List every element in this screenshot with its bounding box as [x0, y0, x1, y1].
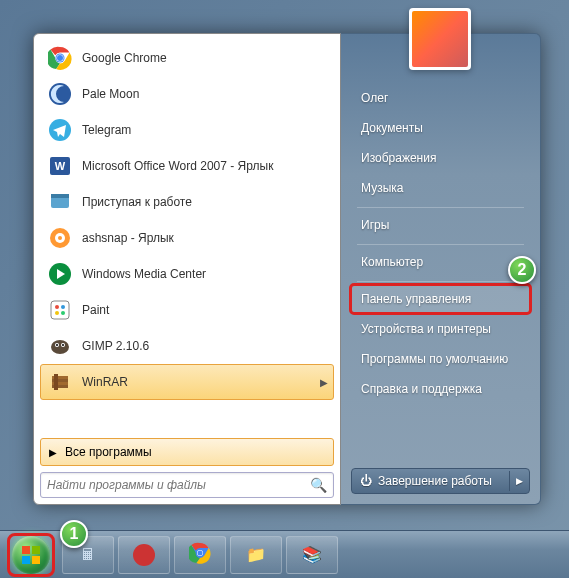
- avatar-image: [412, 11, 468, 67]
- app-label: Google Chrome: [82, 51, 167, 65]
- right-item-5[interactable]: Игры: [351, 211, 530, 239]
- right-item-11[interactable]: Программы по умолчанию: [351, 345, 530, 373]
- app-label: WinRAR: [82, 375, 128, 389]
- app-item-8[interactable]: GIMP 2.10.6: [40, 328, 334, 364]
- app-item-4[interactable]: Приступая к работе: [40, 184, 334, 220]
- svg-rect-9: [51, 194, 69, 198]
- svg-point-3: [57, 55, 63, 61]
- shutdown-options-arrow[interactable]: ▶: [509, 471, 529, 491]
- app-item-6[interactable]: Windows Media Center: [40, 256, 334, 292]
- right-item-9[interactable]: Панель управления: [351, 285, 530, 313]
- right-item-0[interactable]: Олег: [351, 84, 530, 112]
- svg-rect-27: [54, 374, 58, 390]
- svg-point-19: [51, 340, 69, 354]
- shutdown-button[interactable]: ⏻ Завершение работы ▶: [351, 468, 530, 494]
- app-icon: [46, 116, 74, 144]
- separator: [357, 281, 524, 282]
- app-label: Pale Moon: [82, 87, 139, 101]
- app-icon: [46, 80, 74, 108]
- right-item-2[interactable]: Изображения: [351, 144, 530, 172]
- app-icon: [46, 332, 74, 360]
- app-label: Windows Media Center: [82, 267, 206, 281]
- arrow-right-icon: ▶: [49, 447, 57, 458]
- annotation-1: 1: [60, 520, 88, 548]
- pinned-apps-list: Google ChromePale MoonTelegramWMicrosoft…: [40, 40, 334, 434]
- app-icon: [46, 368, 74, 396]
- separator: [357, 244, 524, 245]
- app-icon: W: [46, 152, 74, 180]
- user-avatar[interactable]: [409, 8, 471, 70]
- taskbar-winrar-icon[interactable]: 📚: [286, 536, 338, 574]
- annotation-ring-1: [7, 533, 55, 577]
- right-item-1[interactable]: Документы: [351, 114, 530, 142]
- annotation-2: 2: [508, 256, 536, 284]
- app-label: ashsnap - Ярлык: [82, 231, 174, 245]
- svg-rect-14: [51, 301, 69, 319]
- svg-point-12: [58, 236, 62, 240]
- svg-point-23: [62, 344, 64, 346]
- app-icon: [46, 224, 74, 252]
- separator: [357, 207, 524, 208]
- taskbar-app-icon[interactable]: [118, 536, 170, 574]
- svg-point-36: [198, 550, 203, 555]
- svg-point-17: [55, 311, 59, 315]
- app-icon: [46, 260, 74, 288]
- flyout-arrow-icon: ▶: [320, 377, 328, 388]
- app-label: Приступая к работе: [82, 195, 192, 209]
- all-programs-label: Все программы: [65, 445, 152, 459]
- app-icon: [46, 296, 74, 324]
- search-box[interactable]: 🔍: [40, 472, 334, 498]
- app-icon: [46, 188, 74, 216]
- app-icon: [46, 44, 74, 72]
- app-label: Microsoft Office Word 2007 - Ярлык: [82, 159, 273, 173]
- winrar-icon: 📚: [302, 545, 322, 564]
- right-item-12[interactable]: Справка и поддержка: [351, 375, 530, 403]
- app-item-9[interactable]: WinRAR▶: [40, 364, 334, 400]
- app-item-3[interactable]: WMicrosoft Office Word 2007 - Ярлык: [40, 148, 334, 184]
- app-label: GIMP 2.10.6: [82, 339, 149, 353]
- shutdown-label: Завершение работы: [378, 474, 492, 488]
- power-icon: ⏻: [360, 474, 372, 488]
- start-left-panel: Google ChromePale MoonTelegramWMicrosoft…: [33, 33, 341, 505]
- app-item-5[interactable]: ashsnap - Ярлык: [40, 220, 334, 256]
- right-item-3[interactable]: Музыка: [351, 174, 530, 202]
- start-button[interactable]: [4, 533, 58, 577]
- calculator-icon: 🖩: [80, 546, 96, 564]
- all-programs-button[interactable]: ▶ Все программы: [40, 438, 334, 466]
- right-menu-list: ОлегДокументыИзображенияМузыкаИгрыКомпью…: [351, 84, 530, 468]
- start-menu: Google ChromePale MoonTelegramWMicrosoft…: [33, 33, 541, 505]
- red-app-icon: [133, 544, 155, 566]
- svg-point-16: [61, 305, 65, 309]
- search-input[interactable]: [47, 478, 310, 492]
- svg-point-15: [55, 305, 59, 309]
- right-item-10[interactable]: Устройства и принтеры: [351, 315, 530, 343]
- app-label: Telegram: [82, 123, 131, 137]
- taskbar-chrome-icon[interactable]: [174, 536, 226, 574]
- folder-icon: 📁: [246, 545, 266, 564]
- svg-point-18: [61, 311, 65, 315]
- right-item-7[interactable]: Компьютер: [351, 248, 530, 276]
- search-icon: 🔍: [310, 477, 327, 493]
- chrome-icon: [189, 542, 211, 568]
- shutdown-main[interactable]: ⏻ Завершение работы: [352, 469, 509, 493]
- app-item-7[interactable]: Paint: [40, 292, 334, 328]
- svg-text:W: W: [55, 160, 66, 172]
- app-item-2[interactable]: Telegram: [40, 112, 334, 148]
- app-label: Paint: [82, 303, 109, 317]
- app-item-0[interactable]: Google Chrome: [40, 40, 334, 76]
- taskbar-folder-icon[interactable]: 📁: [230, 536, 282, 574]
- svg-point-22: [56, 344, 58, 346]
- app-item-1[interactable]: Pale Moon: [40, 76, 334, 112]
